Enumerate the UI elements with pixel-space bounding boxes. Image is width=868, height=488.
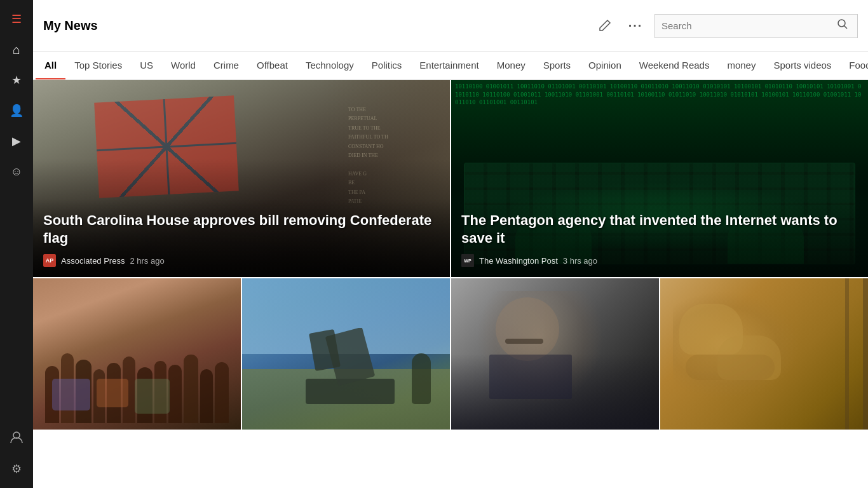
tab-entertainment[interactable]: Entertainment (410, 52, 487, 80)
hero-meta-confederate: AP Associated Press 2 hrs ago (43, 254, 440, 267)
search-input[interactable] (661, 20, 834, 31)
sidebar-account-button[interactable]: 👤 (4, 98, 29, 123)
hero-time-confederate: 2 hrs ago (130, 256, 164, 266)
svg-point-1 (838, 20, 845, 27)
tab-opinion[interactable]: Opinion (580, 52, 630, 80)
search-button[interactable] (834, 18, 851, 33)
hero-row: TO THEPERPETUALTRUE TO THEFAITHFUL TO TH… (33, 80, 868, 277)
sidebar: ☰ ⌂ ★ 👤 ▶ ☺ ⚙ (0, 0, 33, 488)
hero-overlay-1: South Carolina House approves bill remov… (33, 199, 450, 277)
tab-offbeat[interactable]: Offbeat (248, 52, 297, 80)
hero-article-confederate[interactable]: TO THEPERPETUALTRUE TO THEFAITHFUL TO TH… (33, 80, 450, 277)
tab-politics[interactable]: Politics (363, 52, 411, 80)
tab-weekend-reads[interactable]: Weekend Reads (630, 52, 719, 80)
tab-sports-videos[interactable]: Sports videos (764, 52, 840, 80)
tile-article-3[interactable] (450, 278, 659, 430)
profile-icon (10, 430, 24, 447)
sidebar-profile-button[interactable] (4, 426, 29, 451)
wp-badge: WP (461, 254, 474, 267)
sidebar-home-button[interactable]: ⌂ (4, 37, 29, 62)
tab-food-news[interactable]: Food news (840, 52, 868, 80)
tab-us[interactable]: US (131, 52, 162, 80)
tab-money2[interactable]: money (718, 52, 764, 80)
more-options-button[interactable]: ··· (624, 15, 647, 37)
ap-badge: AP (43, 254, 56, 267)
tile-article-4[interactable] (659, 278, 868, 430)
hamburger-icon: ☰ (11, 12, 22, 26)
main-content: My News ··· All (33, 0, 868, 488)
tab-all[interactable]: All (36, 52, 65, 80)
play-icon: ▶ (12, 134, 21, 148)
hero-source-pentagon: The Washington Post (479, 256, 558, 266)
tab-top-stories[interactable]: Top Stories (65, 52, 131, 80)
sidebar-settings-button[interactable]: ⚙ (4, 456, 29, 482)
edit-button[interactable] (593, 15, 616, 37)
svg-line-2 (844, 26, 848, 29)
ellipsis-icon: ··· (628, 18, 643, 33)
hero-time-pentagon: 3 hrs ago (563, 256, 597, 266)
hero-article-pentagon[interactable]: 10110100 01001011 10011010 01101001 0011… (450, 80, 868, 277)
tab-money[interactable]: Money (488, 52, 534, 80)
person-icon: 👤 (10, 104, 24, 118)
pencil-icon (598, 17, 612, 34)
hero-title-confederate: South Carolina House approves bill remov… (43, 212, 440, 248)
tab-crime[interactable]: Crime (205, 52, 248, 80)
search-box (654, 14, 858, 38)
tile-article-2[interactable] (241, 278, 450, 430)
sidebar-emoji-button[interactable]: ☺ (4, 159, 29, 184)
search-icon (837, 20, 848, 32)
gear-icon: ⚙ (11, 462, 22, 476)
hamburger-menu-button[interactable]: ☰ (4, 6, 29, 32)
sidebar-interests-button[interactable]: ★ (4, 67, 29, 93)
sidebar-play-button[interactable]: ▶ (4, 128, 29, 154)
tab-world[interactable]: World (162, 52, 205, 80)
home-icon: ⌂ (13, 43, 20, 57)
nav-tabs: All Top Stories US World Crime Offbeat T… (33, 52, 868, 80)
news-grid: TO THEPERPETUALTRUE TO THEFAITHFUL TO TH… (33, 80, 868, 488)
star-icon: ★ (11, 73, 22, 87)
hero-title-pentagon: The Pentagon agency that invented the In… (461, 212, 858, 248)
hero-overlay-2: The Pentagon agency that invented the In… (451, 199, 868, 277)
header: My News ··· (33, 0, 868, 52)
tiles-row (33, 277, 868, 430)
tab-sports[interactable]: Sports (534, 52, 580, 80)
emoji-icon: ☺ (11, 165, 22, 179)
tile-article-1[interactable] (33, 278, 241, 430)
page-title: My News (43, 18, 586, 33)
tab-technology[interactable]: Technology (297, 52, 363, 80)
hero-meta-pentagon: WP The Washington Post 3 hrs ago (461, 254, 858, 267)
hero-source-confederate: Associated Press (61, 256, 125, 266)
